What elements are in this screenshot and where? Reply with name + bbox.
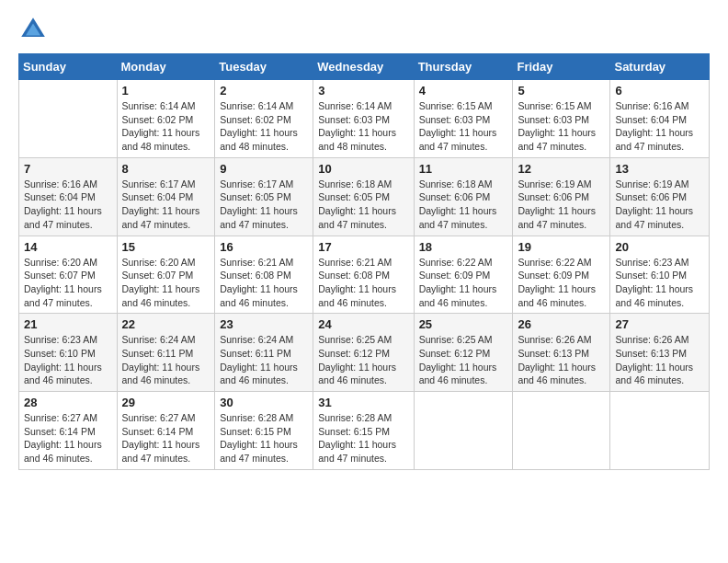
day-number: 24 bbox=[318, 317, 408, 331]
calendar-cell: 17Sunrise: 6:21 AMSunset: 6:08 PMDayligh… bbox=[313, 236, 414, 314]
calendar-cell: 12Sunrise: 6:19 AMSunset: 6:06 PMDayligh… bbox=[513, 157, 610, 236]
day-number: 3 bbox=[318, 84, 408, 98]
day-number: 4 bbox=[419, 84, 508, 98]
day-info: Sunrise: 6:28 AMSunset: 6:15 PMDaylight:… bbox=[220, 411, 308, 465]
calendar-cell: 10Sunrise: 6:18 AMSunset: 6:05 PMDayligh… bbox=[313, 157, 414, 236]
day-info: Sunrise: 6:17 AMSunset: 6:04 PMDaylight:… bbox=[122, 178, 210, 232]
day-number: 22 bbox=[122, 317, 210, 331]
day-info: Sunrise: 6:16 AMSunset: 6:04 PMDaylight:… bbox=[615, 99, 704, 154]
day-number: 9 bbox=[220, 162, 308, 176]
header-day-thursday: Thursday bbox=[414, 54, 513, 80]
calendar-cell: 14Sunrise: 6:20 AMSunset: 6:07 PMDayligh… bbox=[19, 236, 118, 314]
day-number: 16 bbox=[220, 240, 308, 254]
calendar-table: SundayMondayTuesdayWednesdayThursdayFrid… bbox=[18, 53, 710, 470]
calendar-cell: 30Sunrise: 6:28 AMSunset: 6:15 PMDayligh… bbox=[215, 392, 313, 470]
day-number: 28 bbox=[24, 396, 112, 409]
calendar-cell: 26Sunrise: 6:26 AMSunset: 6:13 PMDayligh… bbox=[513, 314, 610, 392]
calendar-cell: 28Sunrise: 6:27 AMSunset: 6:14 PMDayligh… bbox=[19, 392, 118, 470]
week-row-5: 28Sunrise: 6:27 AMSunset: 6:14 PMDayligh… bbox=[19, 392, 710, 470]
day-info: Sunrise: 6:23 AMSunset: 6:10 PMDaylight:… bbox=[24, 333, 112, 387]
calendar-cell: 1Sunrise: 6:14 AMSunset: 6:02 PMDaylight… bbox=[117, 80, 215, 158]
day-info: Sunrise: 6:14 AMSunset: 6:02 PMDaylight:… bbox=[122, 99, 210, 154]
day-info: Sunrise: 6:20 AMSunset: 6:07 PMDaylight:… bbox=[24, 256, 112, 310]
calendar-cell bbox=[414, 392, 513, 470]
calendar-cell: 3Sunrise: 6:14 AMSunset: 6:03 PMDaylight… bbox=[313, 80, 414, 158]
calendar-cell: 23Sunrise: 6:24 AMSunset: 6:11 PMDayligh… bbox=[215, 314, 313, 392]
calendar-cell: 15Sunrise: 6:20 AMSunset: 6:07 PMDayligh… bbox=[117, 236, 215, 314]
day-number: 20 bbox=[615, 240, 704, 254]
day-number: 25 bbox=[419, 317, 508, 331]
day-number: 2 bbox=[220, 84, 308, 98]
day-number: 7 bbox=[24, 162, 112, 176]
day-info: Sunrise: 6:19 AMSunset: 6:06 PMDaylight:… bbox=[615, 178, 704, 232]
calendar-cell: 24Sunrise: 6:25 AMSunset: 6:12 PMDayligh… bbox=[313, 314, 414, 392]
calendar-cell: 22Sunrise: 6:24 AMSunset: 6:11 PMDayligh… bbox=[117, 314, 215, 392]
header-day-wednesday: Wednesday bbox=[313, 54, 414, 80]
day-info: Sunrise: 6:22 AMSunset: 6:09 PMDaylight:… bbox=[419, 256, 508, 310]
day-number: 18 bbox=[419, 240, 508, 254]
day-info: Sunrise: 6:16 AMSunset: 6:04 PMDaylight:… bbox=[24, 178, 112, 232]
day-number: 27 bbox=[615, 317, 704, 331]
logo bbox=[18, 15, 51, 44]
day-number: 17 bbox=[318, 240, 408, 254]
day-info: Sunrise: 6:27 AMSunset: 6:14 PMDaylight:… bbox=[122, 411, 210, 465]
day-info: Sunrise: 6:17 AMSunset: 6:05 PMDaylight:… bbox=[220, 178, 308, 232]
page: SundayMondayTuesdayWednesdayThursdayFrid… bbox=[0, 0, 728, 563]
day-number: 5 bbox=[518, 84, 605, 98]
calendar-cell: 20Sunrise: 6:23 AMSunset: 6:10 PMDayligh… bbox=[610, 236, 710, 314]
week-row-2: 7Sunrise: 6:16 AMSunset: 6:04 PMDaylight… bbox=[19, 157, 710, 236]
day-number: 30 bbox=[220, 396, 308, 409]
day-number: 12 bbox=[518, 162, 605, 176]
calendar-cell: 31Sunrise: 6:28 AMSunset: 6:15 PMDayligh… bbox=[313, 392, 414, 470]
calendar-cell: 29Sunrise: 6:27 AMSunset: 6:14 PMDayligh… bbox=[117, 392, 215, 470]
day-info: Sunrise: 6:28 AMSunset: 6:15 PMDaylight:… bbox=[318, 411, 408, 465]
day-info: Sunrise: 6:23 AMSunset: 6:10 PMDaylight:… bbox=[615, 256, 704, 310]
day-info: Sunrise: 6:24 AMSunset: 6:11 PMDaylight:… bbox=[220, 333, 308, 387]
day-info: Sunrise: 6:27 AMSunset: 6:14 PMDaylight:… bbox=[24, 411, 112, 465]
calendar-cell: 25Sunrise: 6:25 AMSunset: 6:12 PMDayligh… bbox=[414, 314, 513, 392]
calendar-cell: 16Sunrise: 6:21 AMSunset: 6:08 PMDayligh… bbox=[215, 236, 313, 314]
header-day-friday: Friday bbox=[513, 54, 610, 80]
calendar-cell: 6Sunrise: 6:16 AMSunset: 6:04 PMDaylight… bbox=[610, 80, 710, 158]
day-info: Sunrise: 6:20 AMSunset: 6:07 PMDaylight:… bbox=[122, 256, 210, 310]
day-number: 31 bbox=[318, 396, 408, 409]
day-number: 13 bbox=[615, 162, 704, 176]
day-number: 6 bbox=[615, 84, 704, 98]
calendar-cell: 5Sunrise: 6:15 AMSunset: 6:03 PMDaylight… bbox=[513, 80, 610, 158]
calendar-cell bbox=[19, 80, 118, 158]
day-info: Sunrise: 6:21 AMSunset: 6:08 PMDaylight:… bbox=[220, 256, 308, 310]
week-row-1: 1Sunrise: 6:14 AMSunset: 6:02 PMDaylight… bbox=[19, 80, 710, 158]
day-number: 1 bbox=[122, 84, 210, 98]
calendar-cell: 7Sunrise: 6:16 AMSunset: 6:04 PMDaylight… bbox=[19, 157, 118, 236]
header-row: SundayMondayTuesdayWednesdayThursdayFrid… bbox=[19, 54, 710, 80]
header-day-sunday: Sunday bbox=[19, 54, 118, 80]
calendar-cell: 18Sunrise: 6:22 AMSunset: 6:09 PMDayligh… bbox=[414, 236, 513, 314]
day-info: Sunrise: 6:15 AMSunset: 6:03 PMDaylight:… bbox=[518, 99, 605, 154]
day-info: Sunrise: 6:14 AMSunset: 6:03 PMDaylight:… bbox=[318, 99, 408, 154]
day-info: Sunrise: 6:24 AMSunset: 6:11 PMDaylight:… bbox=[122, 333, 210, 387]
calendar-cell bbox=[513, 392, 610, 470]
week-row-4: 21Sunrise: 6:23 AMSunset: 6:10 PMDayligh… bbox=[19, 314, 710, 392]
day-info: Sunrise: 6:26 AMSunset: 6:13 PMDaylight:… bbox=[518, 333, 605, 387]
calendar-cell: 9Sunrise: 6:17 AMSunset: 6:05 PMDaylight… bbox=[215, 157, 313, 236]
day-info: Sunrise: 6:14 AMSunset: 6:02 PMDaylight:… bbox=[220, 99, 308, 154]
day-number: 10 bbox=[318, 162, 408, 176]
day-info: Sunrise: 6:25 AMSunset: 6:12 PMDaylight:… bbox=[419, 333, 508, 387]
day-number: 14 bbox=[24, 240, 112, 254]
day-info: Sunrise: 6:18 AMSunset: 6:06 PMDaylight:… bbox=[419, 178, 508, 232]
calendar-header: SundayMondayTuesdayWednesdayThursdayFrid… bbox=[19, 54, 710, 80]
calendar-cell bbox=[610, 392, 710, 470]
calendar-cell: 13Sunrise: 6:19 AMSunset: 6:06 PMDayligh… bbox=[610, 157, 710, 236]
header-day-saturday: Saturday bbox=[610, 54, 710, 80]
day-number: 23 bbox=[220, 317, 308, 331]
logo-icon bbox=[18, 15, 48, 44]
calendar-cell: 21Sunrise: 6:23 AMSunset: 6:10 PMDayligh… bbox=[19, 314, 118, 392]
day-info: Sunrise: 6:25 AMSunset: 6:12 PMDaylight:… bbox=[318, 333, 408, 387]
day-number: 11 bbox=[419, 162, 508, 176]
calendar-cell: 4Sunrise: 6:15 AMSunset: 6:03 PMDaylight… bbox=[414, 80, 513, 158]
day-info: Sunrise: 6:22 AMSunset: 6:09 PMDaylight:… bbox=[518, 256, 605, 310]
day-number: 26 bbox=[518, 317, 605, 331]
day-number: 21 bbox=[24, 317, 112, 331]
calendar-cell: 11Sunrise: 6:18 AMSunset: 6:06 PMDayligh… bbox=[414, 157, 513, 236]
header-day-monday: Monday bbox=[117, 54, 215, 80]
